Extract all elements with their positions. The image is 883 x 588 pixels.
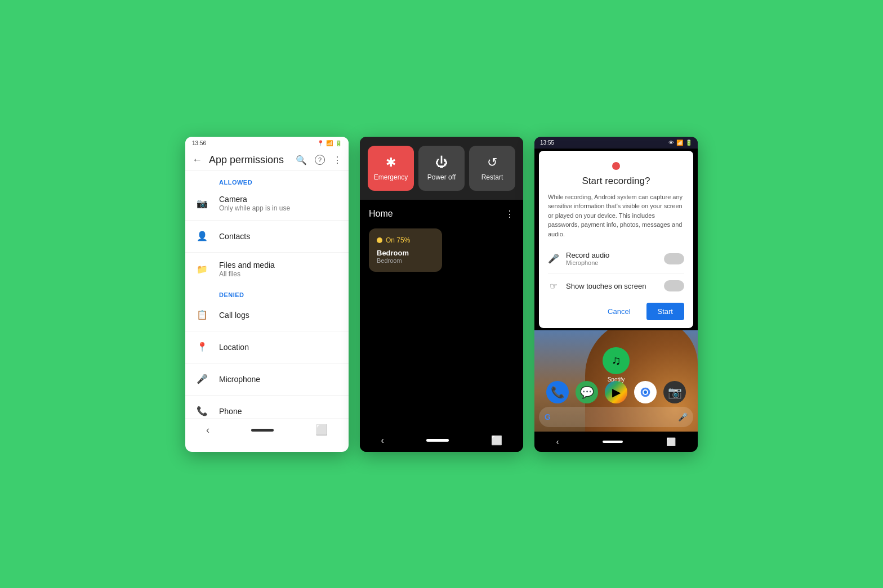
cancel-button[interactable]: Cancel: [599, 303, 639, 320]
phone3-status-icons: 👁 📶 🔋: [668, 140, 692, 146]
contacts-label: Contacts: [219, 232, 340, 241]
poweroff-button[interactable]: ⏻ Power off: [418, 146, 465, 191]
widget-status: On 75%: [386, 236, 410, 244]
denied-section-header: DENIED: [185, 284, 349, 302]
permission-files[interactable]: 📁 Files and media All files: [185, 255, 349, 284]
toolbar-action-icons: 🔍 ? ⋮: [296, 155, 342, 165]
show-touches-label: Show touches on screen: [566, 282, 657, 290]
spotify-app[interactable]: ♫ Spotify: [603, 347, 630, 383]
dialog-divider: [548, 273, 684, 273]
show-touches-toggle[interactable]: [664, 280, 684, 291]
files-label: Files and media: [219, 261, 340, 270]
phone3-time: 13:55: [540, 140, 554, 146]
permission-camera[interactable]: 📷 Camera Only while app is in use: [185, 189, 349, 218]
dialog-title: Start recording?: [548, 176, 684, 187]
messages-app-icon[interactable]: 💬: [576, 381, 598, 403]
poweroff-icon: ⏻: [435, 155, 448, 170]
phone3-statusbar: 13:55 👁 📶 🔋: [534, 137, 698, 149]
permission-phone[interactable]: 📞 Phone: [185, 398, 349, 419]
help-icon[interactable]: ?: [315, 155, 325, 165]
home-screen-dark: Home ⋮ On 75% Bedroom Bedroom: [360, 200, 523, 419]
search-icon[interactable]: 🔍: [296, 155, 307, 165]
phone1-frame: 13:56 📍 📶 🔋 ← App permissions 🔍 ? ⋮ ALLO…: [185, 137, 349, 452]
permission-location[interactable]: 📍 Location: [185, 334, 349, 361]
restart-icon: ↺: [487, 155, 497, 170]
microphone-label: Microphone: [219, 375, 340, 384]
wifi-icon: 📶: [326, 140, 333, 146]
phone1-statusbar: 13:56 📍 📶 🔋: [185, 137, 349, 150]
camera-label: Camera: [219, 195, 340, 204]
nav3-recents-button[interactable]: ⬜: [666, 437, 676, 446]
phone3-navbar: ‹ ⬜: [534, 432, 698, 452]
folder-icon: 📁: [194, 261, 210, 277]
emergency-label: Emergency: [374, 173, 408, 181]
camera-app-icon[interactable]: 📷: [663, 381, 686, 403]
power-menu: ✱ Emergency ⏻ Power off ↺ Restart: [360, 137, 523, 200]
location-label: Location: [219, 343, 340, 352]
bedroom-widget[interactable]: On 75% Bedroom Bedroom: [369, 228, 442, 272]
google-logo: G: [545, 412, 551, 421]
home-screen-bg: ♫ Spotify 📞 💬 ▶ 📷 G 🎤: [534, 330, 698, 432]
record-audio-sub: Microphone: [566, 259, 657, 266]
location-perm-icon: 📍: [194, 339, 210, 355]
page-title: App permissions: [209, 154, 289, 166]
emergency-button[interactable]: ✱ Emergency: [368, 146, 414, 191]
search-mic-icon[interactable]: 🎤: [678, 412, 688, 421]
google-search-bar[interactable]: G 🎤: [539, 407, 693, 427]
phone-app-icon[interactable]: 📞: [546, 381, 569, 403]
phone-label: Phone: [219, 407, 340, 416]
calllogs-label: Call logs: [219, 311, 340, 320]
nav-recents-button[interactable]: ⬜: [315, 424, 328, 436]
eye-icon: 👁: [668, 140, 674, 146]
more-options-icon[interactable]: ⋮: [333, 155, 342, 165]
dialog-actions: Cancel Start: [548, 303, 684, 320]
svg-point-2: [644, 390, 647, 394]
widget-room-name: Bedroom: [377, 249, 434, 257]
record-audio-icon: 🎤: [548, 253, 559, 264]
record-audio-toggle[interactable]: [664, 253, 684, 264]
battery-icon: 🔋: [335, 140, 342, 146]
record-dot: [612, 162, 620, 170]
phone2-frame: ✱ Emergency ⏻ Power off ↺ Restart Home ⋮…: [360, 137, 523, 452]
home-more-icon[interactable]: ⋮: [505, 209, 514, 219]
permission-calllogs[interactable]: 📋 Call logs: [185, 302, 349, 329]
back-button[interactable]: ←: [192, 154, 202, 166]
permission-microphone[interactable]: 🎤 Microphone: [185, 366, 349, 393]
calllogs-icon: 📋: [194, 307, 210, 323]
nav2-home-indicator[interactable]: [426, 439, 449, 442]
poweroff-label: Power off: [427, 173, 456, 181]
show-touches-option: ☞ Show touches on screen: [548, 276, 684, 296]
play-store-icon[interactable]: ▶: [605, 381, 627, 403]
widget-top: On 75%: [377, 236, 434, 244]
nav3-back-button[interactable]: ‹: [556, 437, 559, 446]
record-audio-option: 🎤 Record audio Microphone: [548, 246, 684, 271]
chrome-app-icon[interactable]: [634, 381, 657, 403]
nav-home-indicator[interactable]: [251, 429, 274, 432]
phone2-navbar: ‹ ⬜: [360, 429, 523, 452]
phone-perm-icon: 📞: [194, 403, 210, 419]
phone1-toolbar: ← App permissions 🔍 ? ⋮: [185, 150, 349, 171]
nav2-recents-button[interactable]: ⬜: [491, 435, 502, 446]
show-touches-icon: ☞: [548, 281, 559, 291]
statusbar-time: 13:56: [192, 140, 206, 146]
app-dock: 📞 💬 ▶ 📷: [546, 381, 686, 403]
widget-dot: [377, 237, 382, 243]
nav-back-button[interactable]: ‹: [206, 424, 209, 436]
battery-icon-p3: 🔋: [685, 140, 692, 146]
home-header: Home ⋮: [360, 200, 523, 224]
permissions-list: ALLOWED 📷 Camera Only while app is in us…: [185, 171, 349, 419]
restart-label: Restart: [481, 173, 503, 181]
start-button[interactable]: Start: [646, 303, 684, 320]
nav2-back-button[interactable]: ‹: [381, 436, 383, 446]
nav3-home-indicator[interactable]: [603, 441, 623, 443]
wifi-icon-p3: 📶: [676, 140, 683, 146]
contacts-icon: 👤: [194, 228, 210, 244]
widget-room-sub: Bedroom: [377, 257, 434, 264]
home-title: Home: [369, 209, 393, 219]
spotify-icon-circle: ♫: [603, 347, 630, 374]
mic-perm-icon: 🎤: [194, 371, 210, 387]
record-audio-label: Record audio: [566, 251, 657, 259]
allowed-section-header: ALLOWED: [185, 171, 349, 189]
permission-contacts[interactable]: 👤 Contacts: [185, 223, 349, 250]
restart-button[interactable]: ↺ Restart: [469, 146, 515, 191]
